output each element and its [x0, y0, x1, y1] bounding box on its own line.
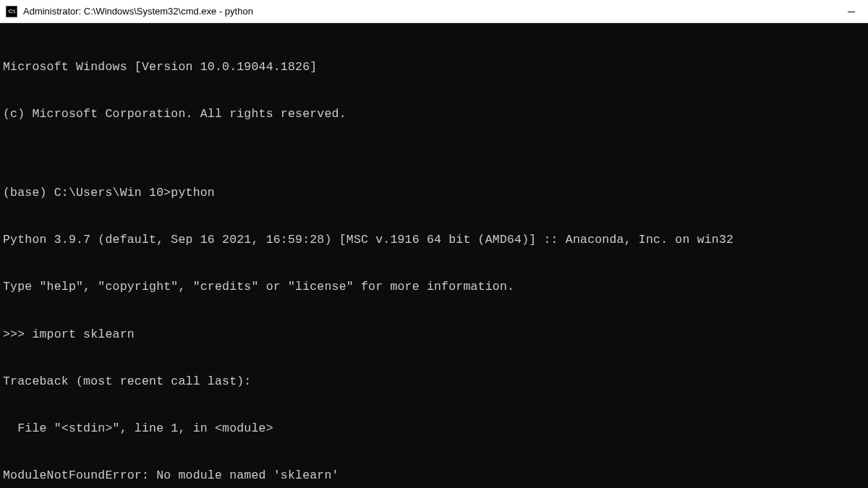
window-controls	[835, 0, 868, 23]
window-title: Administrator: C:\Windows\System32\cmd.e…	[23, 6, 253, 17]
cmd-icon-label: C:\	[8, 9, 14, 14]
minimize-button[interactable]	[835, 0, 868, 23]
cmd-window: C:\ Administrator: C:\Windows\System32\c…	[0, 0, 868, 488]
terminal-line: Traceback (most recent call last):	[3, 374, 865, 390]
terminal-output[interactable]: Microsoft Windows [Version 10.0.19044.18…	[0, 23, 868, 488]
terminal-line: (c) Microsoft Corporation. All rights re…	[3, 106, 865, 122]
terminal-line: File "<stdin>", line 1, in <module>	[3, 421, 865, 437]
cmd-icon: C:\	[6, 6, 17, 17]
minimize-icon	[848, 12, 855, 12]
terminal-line: ModuleNotFoundError: No module named 'sk…	[3, 468, 865, 484]
terminal-line: Python 3.9.7 (default, Sep 16 2021, 16:5…	[3, 232, 865, 248]
terminal-line: Type "help", "copyright", "credits" or "…	[3, 279, 865, 295]
terminal-line: >>> import sklearn	[3, 327, 865, 343]
titlebar[interactable]: C:\ Administrator: C:\Windows\System32\c…	[0, 0, 868, 23]
terminal-line: (base) C:\Users\Win 10>python	[3, 185, 865, 201]
terminal-line: Microsoft Windows [Version 10.0.19044.18…	[3, 59, 865, 75]
